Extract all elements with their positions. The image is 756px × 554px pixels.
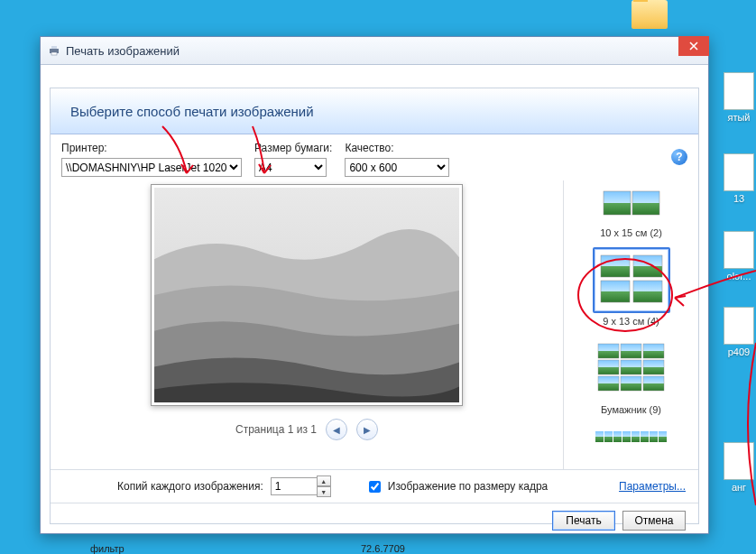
file-icon (724, 307, 754, 345)
paper-size-label: Размер бумаги: (254, 142, 332, 154)
instruction-banner: Выберите способ печати изображений (51, 88, 698, 134)
layout-caption: 10 x 15 см (2) (569, 227, 693, 238)
dialog-title: Печать изображений (66, 44, 180, 58)
pager-text: Страница 1 из 1 (235, 423, 317, 436)
desktop-label: olor... (712, 271, 756, 282)
next-page-button[interactable]: ▶ (356, 419, 378, 440)
desktop-file-2[interactable]: 13 (712, 153, 756, 204)
preview-image (154, 188, 459, 402)
svg-rect-4 (604, 191, 631, 215)
svg-rect-11 (621, 344, 641, 358)
layout-thumb (590, 336, 673, 402)
svg-rect-14 (621, 360, 641, 374)
svg-rect-9 (633, 281, 662, 302)
svg-rect-8 (601, 281, 630, 302)
titlebar: Печать изображений (41, 37, 708, 65)
quality-select[interactable]: 600 x 600 (345, 158, 449, 177)
printer-select[interactable]: \\DOMASHNIY\HP LaserJet 1020 (61, 158, 242, 177)
layout-list[interactable]: 10 x 15 см (2) 9 x 13 см (4) (563, 180, 698, 469)
copies-row: Копий каждого изображения: ▲ ▼ Изображен… (51, 470, 698, 503)
layout-item-9x13[interactable]: 9 x 13 см (4) (569, 247, 693, 327)
layout-item-10x15[interactable]: 10 x 15 см (2) (569, 184, 693, 238)
page-preview (151, 184, 463, 406)
svg-rect-23 (632, 431, 640, 442)
main-area: Страница 1 из 1 ◀ ▶ 10 x 15 см (2) (51, 180, 698, 469)
buttons-row: Печать Отмена (51, 503, 698, 538)
svg-rect-5 (632, 191, 659, 215)
svg-rect-7 (633, 255, 662, 277)
file-icon (724, 72, 754, 110)
prev-page-button[interactable]: ◀ (326, 419, 347, 440)
svg-rect-22 (622, 431, 631, 442)
folder-icon (632, 0, 668, 29)
banner-text: Выберите способ печати изображений (70, 104, 314, 119)
pager: Страница 1 из 1 ◀ ▶ (235, 419, 378, 440)
layout-item-wallet[interactable]: Бумажник (9) (569, 336, 693, 415)
svg-rect-26 (659, 431, 667, 442)
copies-down-button[interactable]: ▼ (317, 486, 331, 497)
desktop-label: анг (712, 482, 756, 493)
layout-item-contact[interactable] (569, 424, 693, 452)
copies-label: Копий каждого изображения: (117, 480, 263, 493)
layout-caption: Бумажник (9) (569, 404, 693, 415)
options-link[interactable]: Параметры... (619, 480, 686, 493)
quality-label: Качество: (345, 142, 449, 154)
print-button[interactable]: Печать (552, 511, 615, 531)
settings-row: Принтер: \\DOMASHNIY\HP LaserJet 1020 Ра… (51, 134, 698, 180)
desktop-label: p409 (712, 346, 756, 357)
svg-rect-21 (613, 431, 622, 442)
svg-rect-24 (641, 431, 649, 442)
layout-thumb (596, 184, 667, 225)
svg-rect-16 (598, 376, 619, 391)
cancel-button[interactable]: Отмена (622, 511, 686, 531)
print-pictures-dialog: Печать изображений Выберите способ печат… (40, 36, 709, 534)
desktop-folder[interactable] (622, 0, 677, 31)
svg-rect-18 (643, 376, 664, 391)
desktop-file-1[interactable]: ятый (712, 72, 756, 123)
svg-rect-1 (51, 46, 57, 49)
paper-size-select[interactable]: A4 (254, 158, 327, 177)
printer-icon (48, 44, 60, 57)
copies-up-button[interactable]: ▲ (317, 476, 331, 486)
desktop-label: ятый (712, 112, 756, 123)
svg-rect-2 (51, 52, 57, 55)
svg-rect-10 (598, 344, 619, 358)
bg-text-2: 72.6.7709 (361, 543, 405, 554)
dialog-body: Выберите способ печати изображений Принт… (50, 88, 699, 524)
desktop-label: 13 (712, 193, 756, 204)
svg-rect-20 (604, 431, 613, 442)
file-icon (724, 442, 754, 480)
svg-rect-19 (595, 431, 604, 442)
desktop-file-5[interactable]: анг (712, 442, 756, 493)
layout-thumb (593, 247, 670, 313)
desktop-file-3[interactable]: olor... (712, 231, 756, 282)
svg-rect-15 (643, 360, 664, 374)
copies-input[interactable] (271, 477, 318, 495)
svg-rect-13 (598, 360, 619, 374)
file-icon (724, 231, 754, 269)
printer-label: Принтер: (61, 142, 242, 154)
bg-text-1: фильтр (90, 543, 124, 554)
svg-rect-6 (601, 255, 630, 277)
copies-spinner: ▲ ▼ (271, 476, 331, 497)
file-icon (724, 153, 754, 191)
layout-caption: 9 x 13 см (4) (569, 316, 693, 327)
svg-rect-17 (621, 376, 641, 391)
fit-frame-label: Изображение по размеру кадра (388, 480, 548, 493)
preview-area: Страница 1 из 1 ◀ ▶ (51, 180, 563, 469)
svg-rect-12 (643, 344, 664, 358)
desktop-file-4[interactable]: p409 (712, 307, 756, 357)
fit-frame-checkbox[interactable]: Изображение по размеру кадра (365, 478, 548, 495)
svg-rect-25 (650, 431, 658, 442)
fit-frame-input[interactable] (369, 481, 381, 493)
close-button[interactable] (678, 36, 709, 56)
close-icon (689, 42, 698, 51)
layout-thumb (589, 424, 674, 452)
help-button[interactable]: ? (671, 149, 687, 165)
